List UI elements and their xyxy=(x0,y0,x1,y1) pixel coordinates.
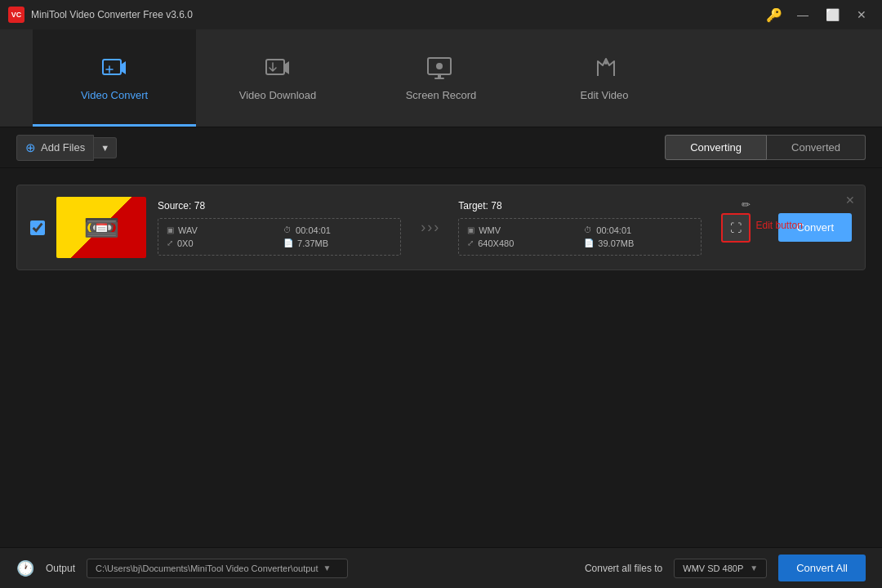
crop-icon: ⛶ xyxy=(730,221,742,234)
video-convert-icon xyxy=(100,53,129,82)
app-title: MiniTool Video Converter Free v3.6.0 xyxy=(31,9,766,20)
source-duration: 00:04:01 xyxy=(296,225,331,235)
target-resolution: 640X480 xyxy=(478,238,514,248)
screen-record-icon xyxy=(426,53,456,82)
clock-icon: 🕐 xyxy=(16,559,34,577)
format-icon: ▣ xyxy=(167,225,174,234)
target-info-box: ▣ WMV ⏱ 00:04:01 ⤢ 640X480 📄 39.07MB xyxy=(458,218,702,256)
toolbar: ⊕ Add Files ▼ Converting Converted xyxy=(0,127,882,168)
video-download-icon xyxy=(263,53,292,82)
duration-icon: ⏱ xyxy=(283,225,292,234)
source-info: Source: 78 ▣ WAV ⏱ 00:04:01 ⤢ 0X0 📄 7.37… xyxy=(158,200,401,256)
format-value: WMV SD 480P xyxy=(683,564,743,573)
add-files-button-group[interactable]: ⊕ Add Files ▼ xyxy=(16,135,117,161)
tab-converted[interactable]: Converted xyxy=(767,135,866,160)
target-title: Target: 78 xyxy=(458,200,702,212)
svg-point-6 xyxy=(604,61,608,65)
nav-edit-video[interactable]: Edit Video xyxy=(523,29,686,127)
svg-point-5 xyxy=(436,63,443,69)
target-resolution-icon: ⤢ xyxy=(467,238,474,247)
nav-video-download-label: Video Download xyxy=(239,89,316,101)
target-duration-row: ⏱ 00:04:01 xyxy=(584,225,693,235)
output-label: Output xyxy=(46,563,75,574)
main-content: ✕ 📼 Source: 78 ▣ WAV ⏱ 00:04:01 xyxy=(0,168,882,547)
source-size-row: 📄 7.37MB xyxy=(283,238,392,248)
nav-video-download[interactable]: Video Download xyxy=(196,29,359,127)
source-format: WAV xyxy=(178,225,198,235)
maximize-button[interactable]: ⬜ xyxy=(820,7,844,23)
convert-all-button[interactable]: Convert All xyxy=(778,555,866,581)
minimize-button[interactable]: — xyxy=(791,7,815,23)
source-size: 7.37MB xyxy=(297,238,328,248)
target-size: 39.07MB xyxy=(598,238,634,248)
source-duration-row: ⏱ 00:04:01 xyxy=(283,225,392,235)
arrow-1: › xyxy=(421,219,425,236)
edit-button[interactable]: ⛶ xyxy=(721,213,751,243)
pencil-icon[interactable]: ✏ xyxy=(742,198,751,211)
nav-video-convert-label: Video Convert xyxy=(81,89,148,101)
target-duration: 00:04:01 xyxy=(596,225,631,235)
file-thumbnail: 📼 xyxy=(56,197,146,258)
add-files-main-btn[interactable]: ⊕ Add Files xyxy=(16,135,94,161)
svg-rect-1 xyxy=(266,60,284,74)
target-format-row: ▣ WMV xyxy=(467,225,576,235)
svg-rect-3 xyxy=(438,74,441,78)
target-duration-icon: ⏱ xyxy=(584,225,592,234)
source-title: Source: 78 xyxy=(158,200,401,212)
source-resolution: 0X0 xyxy=(177,238,194,248)
nav-screen-record-label: Screen Record xyxy=(406,89,477,101)
target-size-icon: 📄 xyxy=(584,238,594,247)
nav-screen-record[interactable]: Screen Record xyxy=(359,29,523,127)
svg-rect-0 xyxy=(103,60,121,74)
nav-edit-video-label: Edit Video xyxy=(580,89,628,101)
card-close-button[interactable]: ✕ xyxy=(845,194,855,207)
cassette-icon: 📼 xyxy=(83,211,120,245)
output-path-selector[interactable]: C:\Users\bj\Documents\MiniTool Video Con… xyxy=(87,559,348,578)
add-files-dropdown-arrow[interactable]: ▼ xyxy=(94,137,117,158)
target-resolution-row: ⤢ 640X480 xyxy=(467,238,576,248)
add-files-label: Add Files xyxy=(41,141,85,154)
arrow-2: › xyxy=(427,219,432,236)
format-selector[interactable]: WMV SD 480P ▼ xyxy=(674,559,767,578)
tab-converting[interactable]: Converting xyxy=(665,135,767,160)
nav-video-convert[interactable]: Video Convert xyxy=(33,29,196,127)
edit-button-area: ✏ ⛶ Edit button xyxy=(721,213,751,243)
convert-arrows: › › › xyxy=(412,219,447,236)
target-format: WMV xyxy=(479,225,501,235)
size-icon: 📄 xyxy=(283,238,293,247)
svg-rect-4 xyxy=(434,78,444,79)
close-button[interactable]: ✕ xyxy=(849,7,874,23)
window-controls: — ⬜ ✕ xyxy=(791,7,874,23)
resolution-icon: ⤢ xyxy=(167,238,173,247)
tab-group: Converting Converted xyxy=(665,135,866,160)
output-path-text: C:\Users\bj\Documents\MiniTool Video Con… xyxy=(96,564,318,573)
edit-video-icon xyxy=(590,53,619,82)
target-info: Target: 78 ▣ WMV ⏱ 00:04:01 ⤢ 640X480 📄 … xyxy=(458,200,702,256)
source-info-box: ▣ WAV ⏱ 00:04:01 ⤢ 0X0 📄 7.37MB xyxy=(158,218,401,256)
convert-all-files-label: Convert all files to xyxy=(585,563,662,574)
app-logo: VC xyxy=(8,7,24,23)
titlebar: VC MiniTool Video Converter Free v3.6.0 … xyxy=(0,0,882,29)
arrow-3: › xyxy=(434,219,439,236)
key-icon: 🔑 xyxy=(766,7,782,23)
bottombar: 🕐 Output C:\Users\bj\Documents\MiniTool … xyxy=(0,547,882,588)
file-checkbox[interactable] xyxy=(30,220,45,235)
source-resolution-row: ⤢ 0X0 xyxy=(167,238,275,248)
output-path-dropdown-arrow: ▼ xyxy=(323,564,332,572)
target-format-icon: ▣ xyxy=(467,225,474,234)
edit-button-label: Edit button xyxy=(755,220,802,231)
file-card: ✕ 📼 Source: 78 ▣ WAV ⏱ 00:04:01 xyxy=(16,185,866,270)
add-files-plus-icon: ⊕ xyxy=(25,140,36,155)
top-nav: Video Convert Video Download Screen Reco… xyxy=(0,29,882,127)
target-size-row: 📄 39.07MB xyxy=(584,238,693,248)
format-dropdown-arrow: ▼ xyxy=(750,564,758,572)
source-format-row: ▣ WAV xyxy=(167,225,275,235)
